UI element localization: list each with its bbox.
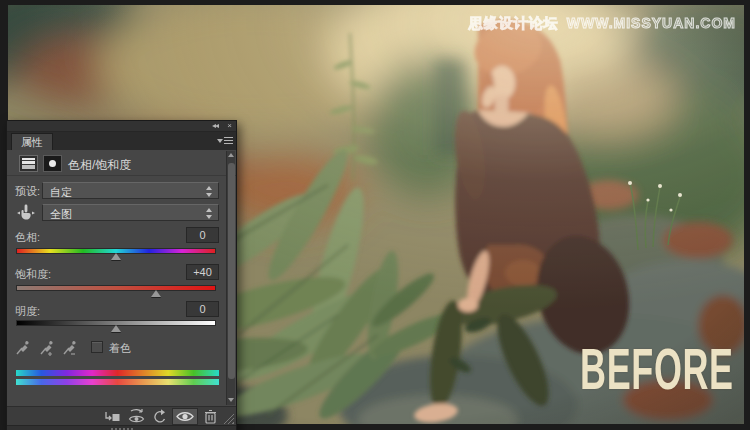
spectrum-bar-input [16, 370, 219, 376]
panel-scrollbar [226, 151, 235, 405]
chevron-down-icon [217, 139, 223, 143]
site-watermark: 思缘设计论坛WWW.MISSYUAN.COM [469, 15, 736, 33]
saturation-value-input[interactable]: +40 [186, 264, 219, 280]
hue-slider[interactable] [16, 248, 216, 260]
channel-row: 全图 [7, 204, 236, 222]
scroll-down-button[interactable] [228, 396, 235, 405]
properties-panel: ◂◂ × 属性 色相/饱和度 预设: 自定 [6, 120, 237, 430]
watermark-site-url: WWW.MISSYUAN.COM [567, 15, 736, 31]
reset-button[interactable] [153, 408, 167, 425]
saturation-row: 饱和度: +40 [7, 265, 236, 283]
preset-select[interactable]: 自定 [42, 182, 219, 199]
saturation-slider[interactable] [16, 285, 216, 297]
before-label: BEFORE [580, 340, 734, 398]
view-previous-state-button[interactable] [128, 408, 145, 425]
eyedropper-row: 着色 [7, 338, 236, 358]
eyedropper-minus-icon[interactable] [62, 338, 77, 356]
menu-lines-icon [224, 137, 233, 146]
saturation-slider-track[interactable] [16, 285, 216, 291]
adjustment-stripes-icon [19, 155, 38, 172]
hue-row: 色相: 0 [7, 228, 236, 246]
spectrum-bar-output [16, 379, 219, 385]
channel-value: 全图 [50, 207, 72, 222]
colorize-label: 着色 [109, 341, 131, 356]
select-stepper-icon [206, 208, 213, 219]
eyedropper-icon[interactable] [15, 338, 30, 356]
visibility-toggle-button[interactable] [172, 408, 198, 425]
lightness-value-input[interactable]: 0 [186, 301, 219, 317]
preset-label: 预设: [15, 184, 40, 199]
hue-value-input[interactable]: 0 [186, 227, 219, 243]
adjustment-stripes-icon-inner [22, 158, 35, 169]
panel-tab-bar: 属性 [7, 132, 236, 150]
lightness-row: 明度: 0 [7, 302, 236, 320]
preset-value: 自定 [50, 185, 72, 200]
clip-to-layer-button[interactable] [104, 408, 121, 425]
panel-resize-grip[interactable] [223, 413, 234, 424]
clip-indicator-dot [49, 160, 56, 167]
hue-label: 色相: [15, 230, 40, 245]
preset-row: 预设: 自定 [7, 182, 236, 200]
scrollbar-thumb[interactable] [228, 163, 235, 379]
photoshop-workspace: 思缘设计论坛WWW.MISSYUAN.COM BEFORE ◂◂ × 属性 色相… [0, 0, 750, 430]
select-stepper-icon [206, 186, 213, 197]
lightness-slider-thumb[interactable] [111, 325, 121, 332]
hue-slider-thumb[interactable] [111, 253, 121, 260]
eyedropper-plus-icon[interactable] [39, 338, 54, 356]
panel-bottom-strip [7, 425, 236, 430]
lightness-label: 明度: [15, 304, 40, 319]
lightness-slider[interactable] [16, 320, 216, 332]
clip-indicator-icon [43, 155, 62, 172]
channel-select[interactable]: 全图 [42, 204, 219, 221]
tab-properties[interactable]: 属性 [11, 133, 53, 150]
adjustment-header-row: 色相/饱和度 [7, 152, 236, 176]
close-panel-button[interactable]: × [227, 121, 232, 131]
watermark-site-name: 思缘设计论坛 [469, 15, 559, 31]
colorize-checkbox[interactable] [91, 341, 103, 353]
panel-content: 色相/饱和度 预设: 自定 [7, 150, 236, 406]
targeted-adjustment-hand-icon[interactable] [17, 204, 35, 220]
adjustment-toolbar [7, 406, 236, 425]
scroll-up-button[interactable] [228, 151, 235, 160]
panel-menu-button[interactable] [217, 136, 233, 147]
delete-adjustment-button[interactable] [204, 408, 217, 425]
saturation-label: 饱和度: [15, 267, 51, 282]
collapse-to-icons-button[interactable]: ◂◂ [212, 121, 218, 131]
saturation-slider-thumb[interactable] [151, 290, 161, 297]
adjustment-title: 色相/饱和度 [68, 157, 131, 174]
panel-title-strip: ◂◂ × [7, 121, 236, 132]
